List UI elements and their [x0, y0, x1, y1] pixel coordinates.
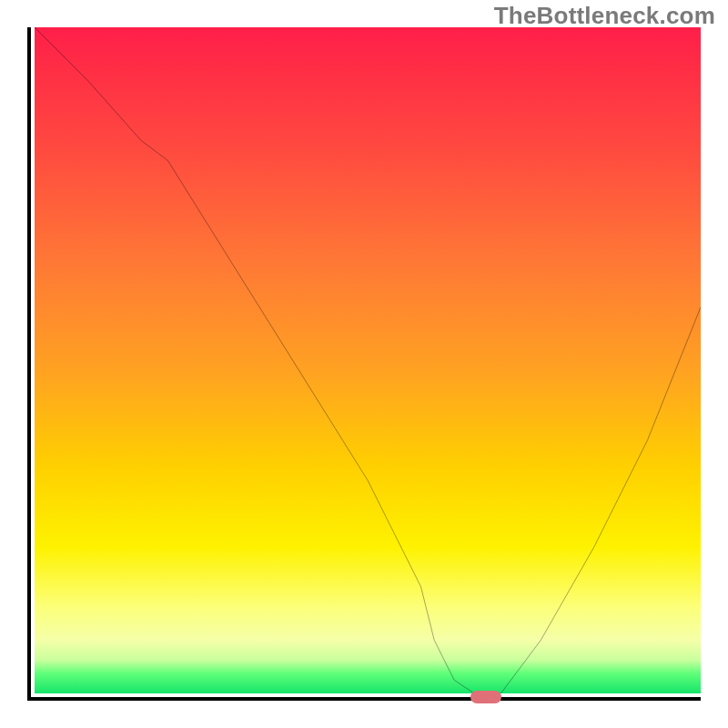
plot-frame — [27, 27, 701, 701]
chart-container: TheBottleneck.com — [0, 0, 728, 728]
optimum-marker — [470, 691, 501, 703]
background-gradient — [35, 27, 701, 693]
watermark-text: TheBottleneck.com — [494, 2, 715, 30]
